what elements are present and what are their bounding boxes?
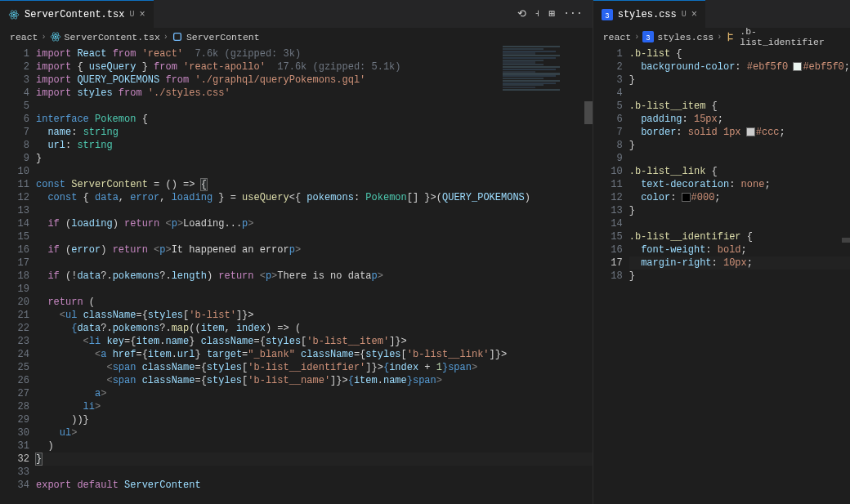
scrollbar-thumb[interactable]: [584, 101, 593, 124]
chevron-icon: ›: [163, 33, 168, 42]
breadcrumb-item[interactable]: styles.css: [657, 32, 714, 42]
editor-pane-left: ServerContent.tsx U × ⟲ ⫞ ⊞ ··· react › …: [0, 0, 593, 504]
tab-servercontent[interactable]: ServerContent.tsx U ×: [0, 0, 154, 28]
breadcrumb[interactable]: react › ServerContent.tsx › ServerConten…: [0, 28, 593, 46]
breadcrumb-item[interactable]: react: [10, 32, 38, 42]
css-file-icon: 3: [602, 9, 613, 20]
variable-symbol-icon: [172, 31, 183, 42]
history-icon[interactable]: ⟲: [517, 7, 526, 20]
react-file-icon: [8, 9, 20, 20]
code-editor[interactable]: 123456789101112131415161718 .b-list { ba…: [593, 46, 850, 504]
css-file-icon: 3: [642, 31, 654, 42]
svg-text:3: 3: [646, 33, 651, 42]
tab-bar: 3 styles.css U ×: [593, 0, 850, 28]
code-content[interactable]: .b-list { background-color: #ebf5f0 #ebf…: [629, 46, 850, 504]
dirty-indicator: U: [129, 10, 134, 19]
line-gutter: 1234567891011121314151617181920212223242…: [0, 46, 36, 504]
tab-name: styles.css: [618, 9, 677, 20]
tab-stylescss[interactable]: 3 styles.css U ×: [593, 0, 705, 28]
more-icon[interactable]: ···: [563, 7, 582, 20]
tab-bar: ServerContent.tsx U × ⟲ ⫞ ⊞ ···: [0, 0, 593, 28]
layout-icon[interactable]: ⊞: [548, 7, 555, 20]
chevron-icon: ›: [634, 33, 639, 42]
breadcrumb-item[interactable]: react: [603, 32, 632, 42]
code-content[interactable]: import React from 'react' 7.6k (gzipped:…: [36, 46, 593, 504]
chevron-icon: ›: [717, 33, 722, 42]
overview-marker: [842, 238, 850, 243]
tab-name: ServerContent.tsx: [25, 9, 124, 20]
breadcrumb-item[interactable]: ServerContent: [186, 32, 260, 42]
code-editor[interactable]: 1234567891011121314151617181920212223242…: [0, 46, 593, 504]
svg-point-4: [54, 36, 56, 38]
dirty-indicator: U: [682, 10, 687, 19]
breadcrumb-item[interactable]: ServerContent.tsx: [65, 32, 160, 42]
breadcrumb-item[interactable]: .b-list_identifier: [740, 26, 840, 47]
svg-point-0: [13, 13, 15, 15]
close-icon[interactable]: ×: [691, 9, 697, 20]
split-editor-icon[interactable]: ⫞: [535, 7, 540, 20]
svg-text:3: 3: [605, 11, 609, 19]
svg-rect-8: [174, 33, 181, 41]
react-file-icon: [50, 31, 61, 42]
line-gutter: 123456789101112131415161718: [593, 46, 629, 504]
css-rule-symbol-icon: [725, 31, 736, 42]
chevron-icon: ›: [42, 33, 47, 42]
close-icon[interactable]: ×: [139, 9, 145, 20]
tab-actions: ⟲ ⫞ ⊞ ···: [517, 7, 592, 20]
breadcrumb[interactable]: react › 3 styles.css › .b-list_identifie…: [593, 28, 850, 46]
editor-pane-right: 3 styles.css U × react › 3 styles.css › …: [593, 0, 850, 504]
scrollbar[interactable]: [584, 46, 593, 504]
